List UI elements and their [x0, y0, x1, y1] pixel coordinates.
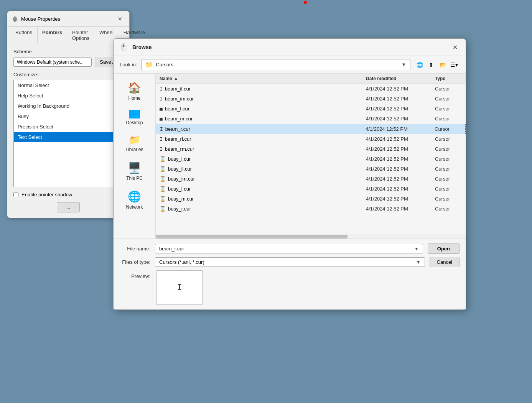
file-name: beam_rm.cur: [165, 146, 194, 152]
files-of-type-value: Cursors (*.ani, *.cur): [159, 259, 204, 265]
file-icon: I: [160, 96, 163, 102]
file-row[interactable]: ⌛busy_r.cur4/1/2024 12:52 PMCursor: [156, 204, 466, 214]
browse-dialog: 🖱️ Browse ✕ Look in: 📁 Cursors ▼ 🌐 ⬆ 📂 ☰…: [113, 38, 466, 310]
file-cell-name: Ibeam_rm.cur: [156, 145, 362, 153]
scheme-dropdown[interactable]: Windows Default (system sche...: [13, 58, 92, 67]
file-date: 4/1/2024 12:52 PM: [362, 185, 431, 192]
file-cell-name: ⌛busy_im.cur: [156, 175, 362, 183]
file-name: beam_im.cur: [165, 96, 194, 102]
col-type[interactable]: Type: [431, 75, 466, 82]
file-date: 4/1/2024 12:52 PM: [362, 95, 431, 102]
file-type: Cursor: [431, 135, 466, 143]
file-icon: ⌛: [160, 206, 166, 212]
h-scrollbar-thumb[interactable]: [156, 235, 348, 239]
files-of-type-arrow-icon: ▼: [416, 260, 421, 265]
customize-item-precision-select[interactable]: Precision Select: [14, 122, 123, 132]
file-row[interactable]: ■beam_l.cur4/1/2024 12:52 PMCursor: [156, 104, 466, 114]
file-row[interactable]: Ibeam_r.cur4/1/2024 12:52 PMCursor: [156, 124, 466, 134]
new-folder-button[interactable]: 📂: [437, 59, 448, 70]
file-row[interactable]: ■beam_m.cur4/1/2024 12:52 PMCursor: [156, 114, 466, 124]
file-name-dropdown[interactable]: beam_r.cur ▼: [155, 244, 423, 253]
files-of-type-label: Files of type:: [120, 259, 150, 265]
file-type: Cursor: [431, 115, 466, 122]
sidebar-desktop-label: Desktop: [126, 120, 143, 125]
file-row[interactable]: Ibeam_rl.cur4/1/2024 12:52 PMCursor: [156, 134, 466, 144]
up-folder-button[interactable]: ⬆: [426, 59, 436, 70]
file-icon: I: [160, 126, 163, 132]
customize-item-busy[interactable]: Busy: [14, 111, 123, 122]
views-button[interactable]: ☰▾: [449, 59, 460, 70]
sidebar-item-desktop[interactable]: Desktop: [117, 107, 152, 128]
open-button[interactable]: Open: [428, 243, 460, 254]
customize-item-normal-select[interactable]: Normal Select: [14, 80, 123, 90]
file-name-value: beam_r.cur: [159, 246, 184, 252]
enable-shadow-checkbox[interactable]: [13, 192, 18, 197]
col-date[interactable]: Date modified: [362, 75, 431, 82]
file-name: busy_i.cur: [168, 156, 191, 162]
file-row[interactable]: ⌛busy_l.cur4/1/2024 12:52 PMCursor: [156, 184, 466, 194]
file-icon: ⌛: [160, 156, 166, 162]
file-row[interactable]: Ibeam_rm.cur4/1/2024 12:52 PMCursor: [156, 144, 466, 154]
files-of-type-dropdown[interactable]: Cursors (*.ani, *.cur) ▼: [155, 257, 425, 267]
browse-bottom: File name: beam_r.cur ▼ Open Files of ty…: [114, 239, 466, 309]
enable-shadow-label: Enable pointer shadow: [21, 192, 72, 197]
customize-item-text-select[interactable]: Text Select: [14, 132, 123, 142]
file-icon: ■: [160, 116, 163, 122]
sidebar-item-network[interactable]: 🌐 Network: [117, 187, 152, 213]
file-row[interactable]: ⌛busy_i.cur4/1/2024 12:52 PMCursor: [156, 154, 466, 164]
file-cell-name: Ibeam_il.cur: [156, 85, 362, 92]
tab-pointers[interactable]: Pointers: [37, 27, 67, 43]
file-type: Cursor: [431, 95, 466, 102]
file-name: beam_rl.cur: [165, 136, 191, 142]
file-icon: I: [160, 146, 163, 152]
file-cell-name: ⌛busy_r.cur: [156, 205, 362, 212]
file-row[interactable]: Ibeam_il.cur4/1/2024 12:52 PMCursor: [156, 84, 466, 94]
file-date: 4/1/2024 12:52 PM: [362, 115, 431, 122]
file-date: 4/1/2024 12:52 PM: [362, 145, 431, 153]
file-cell-name: ⌛busy_l.cur: [156, 185, 362, 192]
file-date: 4/1/2024 12:52 PM: [362, 85, 431, 92]
file-cell-name: Ibeam_r.cur: [156, 125, 362, 133]
file-date: 4/1/2024 12:52 PM: [362, 125, 431, 133]
browse-sidebar: 🏠 Home Desktop 📁 Libraries 🖥️ This PC 🌐 …: [114, 74, 156, 239]
look-in-dropdown[interactable]: 📁 Cursors ▼: [141, 59, 410, 70]
sidebar-item-this-pc[interactable]: 🖥️ This PC: [117, 158, 152, 184]
tab-pointer-options[interactable]: Pointer Options: [67, 27, 94, 43]
file-list-scroll[interactable]: Ibeam_il.cur4/1/2024 12:52 PMCursorIbeam…: [156, 84, 466, 234]
file-row[interactable]: ⌛busy_m.cur4/1/2024 12:52 PMCursor: [156, 194, 466, 204]
sidebar-network-label: Network: [126, 204, 143, 210]
horizontal-scrollbar[interactable]: [156, 234, 466, 239]
back-button[interactable]: 🌐: [414, 59, 425, 70]
mp-bottom-button[interactable]: ...: [57, 202, 80, 212]
sidebar-libraries-label: Libraries: [125, 147, 143, 152]
sidebar-item-home[interactable]: 🏠 Home: [117, 78, 152, 104]
file-type: Cursor: [431, 125, 465, 133]
mouse-props-close-button[interactable]: ✕: [115, 14, 125, 23]
file-name: busy_l.cur: [168, 186, 191, 192]
scheme-label: Scheme: [13, 49, 123, 54]
file-type: Cursor: [431, 205, 466, 212]
look-in-arrow-icon: ▼: [401, 62, 406, 67]
file-type: Cursor: [431, 105, 466, 112]
sidebar-item-libraries[interactable]: 📁 Libraries: [117, 132, 152, 155]
col-name[interactable]: Name ▲: [156, 75, 362, 82]
tab-buttons[interactable]: Buttons: [10, 27, 37, 43]
file-row[interactable]: Ibeam_im.cur4/1/2024 12:52 PMCursor: [156, 94, 466, 104]
cancel-button[interactable]: Cancel: [430, 257, 460, 267]
browse-close-button[interactable]: ✕: [450, 42, 460, 53]
file-row[interactable]: ⌛busy_il.cur4/1/2024 12:52 PMCursor: [156, 164, 466, 174]
files-of-type-row: Files of type: Cursors (*.ani, *.cur) ▼ …: [120, 257, 460, 267]
file-type: Cursor: [431, 175, 466, 183]
customize-item-help-select[interactable]: Help Select: [14, 90, 123, 101]
folder-icon: 📁: [145, 61, 153, 68]
file-cell-name: ⌛busy_il.cur: [156, 165, 362, 173]
toolbar-buttons: 🌐 ⬆ 📂 ☰▾: [414, 59, 460, 70]
customize-item-working-in-background[interactable]: Working In Background: [14, 101, 123, 111]
file-row[interactable]: ⌛busy_im.cur4/1/2024 12:52 PMCursor: [156, 174, 466, 184]
file-list-header: Name ▲ Date modified Type: [156, 74, 466, 84]
browse-dialog-icon: 🖱️: [119, 43, 128, 52]
preview-cursor-symbol: I: [177, 283, 182, 293]
file-date: 4/1/2024 12:52 PM: [362, 155, 431, 163]
file-cell-name: ■beam_l.cur: [156, 105, 362, 112]
file-icon: ■: [160, 106, 163, 112]
